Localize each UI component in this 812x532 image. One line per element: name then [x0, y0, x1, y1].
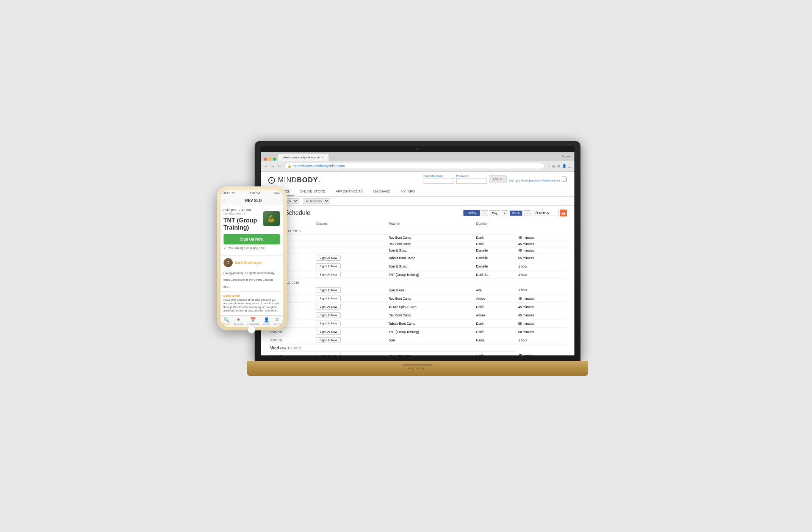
week-btn[interactable]: Week: [510, 210, 523, 216]
phone-nav-favorites[interactable]: ★ Favorites: [234, 317, 243, 325]
email-input[interactable]: [424, 178, 454, 184]
instructor-bio: Having grown up in a sports oriented fam…: [224, 272, 275, 288]
signup-button[interactable]: Sign Up Now: [316, 337, 341, 343]
close-window-btn[interactable]: [264, 158, 267, 161]
class-duration: 1 hour: [516, 286, 567, 294]
login-links: Sign up! | Forgot password? Remember me: [509, 177, 567, 182]
nav-my-info[interactable]: MY INFO: [395, 187, 420, 196]
teacher-name: Danielle: [474, 254, 516, 262]
laptop-bezel: August clients.mindbodyonline.com ✕: [260, 146, 575, 355]
signup-link[interactable]: Sign up!: [509, 179, 519, 182]
teachers-filter[interactable]: All teachers: [303, 198, 330, 204]
calendar-icon[interactable]: 📅: [560, 210, 567, 216]
discover-label: Discover: [222, 323, 231, 325]
options-label: Options: [274, 323, 282, 325]
phone-description-text: Leave your excuses at the door because y…: [221, 298, 283, 312]
phone-nav-options[interactable]: ⚙ Options: [274, 317, 282, 325]
phone-nav-myinfo[interactable]: 👤 My Info: [263, 317, 271, 325]
back-arrow-icon[interactable]: ‹: [224, 198, 225, 203]
phone-instructor: D Darik Stollmeyer: [221, 258, 283, 267]
class-name: Rev Boot Camp: [386, 294, 474, 303]
signup-cell: Sign Up Now: [314, 311, 386, 319]
signup-button[interactable]: Sign Up Now: [316, 312, 341, 318]
tab-close-icon[interactable]: ✕: [321, 156, 324, 159]
table-row: 12:15 pmRev Boot CampDarik45 minutes: [268, 241, 567, 247]
class-time: 6:15 am: [268, 352, 314, 356]
login-button[interactable]: Log In: [489, 175, 507, 183]
email-label: Email/Username: [424, 175, 454, 177]
reload-btn[interactable]: ↻: [277, 163, 282, 169]
phone-nav-schedule[interactable]: 📅 My Schedule: [246, 317, 260, 325]
teacher-name: Darik: [474, 352, 516, 356]
forgot-link[interactable]: Forgot password?: [521, 179, 542, 182]
table-row: 12:15 pmSign Up Now40 Min Spin & CoreDar…: [268, 303, 567, 311]
url-text: https://clients.mindbodyonline.com: [293, 164, 345, 168]
phone-signup-button[interactable]: Sign Up Now: [224, 234, 280, 244]
table-row: 4:30 pmSign Up NowTabata Boot CampDaniel…: [268, 254, 567, 262]
nav-online-store[interactable]: ONLINE STORE: [294, 187, 330, 196]
maximize-window-btn[interactable]: [273, 158, 276, 161]
schedule-container: Class Schedule Today ‹ Day › Week › 📅: [261, 206, 574, 355]
signup-button[interactable]: Sign Up Now: [316, 272, 341, 277]
signup-cell: Sign Up Now: [314, 271, 386, 279]
browser-tab[interactable]: clients.mindbodyonline.com ✕: [278, 154, 329, 161]
favorites-icon: ★: [236, 317, 241, 322]
instructor-name[interactable]: Darik Stollmeyer: [235, 261, 262, 264]
laptop-body: August clients.mindbodyonline.com ✕: [255, 141, 580, 361]
day-header: Wed May 13, 2015: [268, 344, 516, 352]
site-header: MINDBODY. Email/Username Password: [261, 172, 574, 187]
today-button[interactable]: Today: [463, 210, 480, 216]
remember-checkbox[interactable]: [562, 177, 567, 182]
phone-home-button[interactable]: [248, 326, 255, 333]
day-header: Mon May 11, 2015: [268, 227, 516, 235]
prev-btn[interactable]: ‹: [482, 210, 488, 216]
address-bar[interactable]: 🔒 https://clients.mindbodyonline.com: [284, 163, 544, 169]
signup-button[interactable]: Sign Up Now: [316, 329, 341, 335]
phone-nav-discover[interactable]: 🔍 Discover: [222, 317, 231, 325]
teacher-name: Danielle: [474, 262, 516, 271]
teacher-name: Ava: [474, 286, 516, 294]
password-input[interactable]: [456, 178, 487, 184]
signup-cell: Sign Up Now: [314, 303, 386, 311]
class-name: 40 Min Spin & Core: [386, 303, 474, 311]
instructor-avatar: D: [224, 258, 233, 267]
signup-button[interactable]: Sign Up Now: [316, 321, 341, 326]
back-btn[interactable]: ←: [264, 163, 269, 169]
signup-button[interactable]: Sign Up Now: [316, 296, 341, 301]
laptop: August clients.mindbodyonline.com ✕: [255, 141, 580, 376]
signup-cell: Sign Up Now: [314, 319, 386, 328]
signup-button[interactable]: Sign Up Now: [316, 287, 341, 293]
next-btn[interactable]: ›: [502, 210, 508, 216]
minimize-window-btn[interactable]: [268, 158, 271, 161]
signup-cell: [314, 241, 386, 247]
monitor-icon: 🖥: [552, 164, 555, 168]
password-field-group: Password: [456, 175, 487, 184]
laptop-brand: MacBook: [408, 366, 427, 370]
battery-text: 100%: [274, 192, 280, 194]
nav-massage[interactable]: MASSAGE: [368, 187, 396, 196]
laptop-camera: [416, 148, 419, 150]
signup-button[interactable]: Sign Up Now: [316, 304, 341, 310]
signup-cell: Sign Up Now: [314, 254, 386, 262]
signup-button[interactable]: Sign Up Now: [316, 353, 341, 355]
nav-appointments[interactable]: APPOINTMENTS: [330, 187, 368, 196]
scene: August clients.mindbodyonline.com ✕: [217, 141, 596, 391]
phone-inner: AT&T LTE 1:30 PM 100% ‹ REV SLO 💪 6:: [221, 190, 283, 327]
teacher-name: Darik: [474, 303, 516, 311]
my-schedule-label: My Schedule: [246, 323, 260, 325]
class-duration: 45 minutes: [516, 241, 567, 247]
next-week-btn[interactable]: ›: [524, 210, 530, 216]
signup-button[interactable]: Sign Up Now: [316, 255, 341, 261]
date-input[interactable]: [532, 210, 559, 216]
class-duration: 45 minutes: [516, 352, 567, 356]
class-name: Spin: [386, 336, 474, 344]
signup-cell: Sign Up Now: [314, 294, 386, 303]
forward-btn[interactable]: →: [270, 163, 275, 169]
phone-carrier: AT&T LTE: [224, 192, 236, 194]
browser-tab-bar: clients.mindbodyonline.com ✕: [261, 152, 574, 161]
signup-cell: Sign Up Now: [314, 328, 386, 336]
signup-button[interactable]: Sign Up Now: [316, 263, 341, 269]
my-schedule-icon: 📅: [250, 317, 256, 322]
day-btn[interactable]: Day: [490, 210, 500, 216]
class-duration: 45 minutes: [516, 247, 567, 254]
